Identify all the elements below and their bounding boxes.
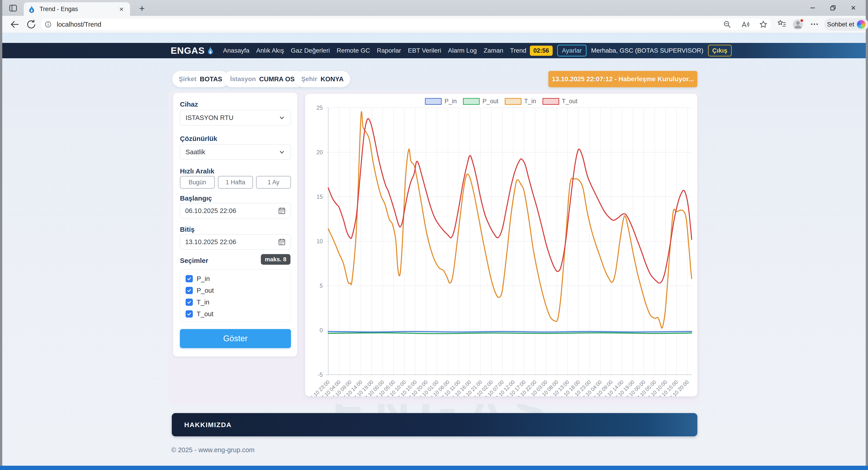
notification-dot [800, 19, 804, 23]
show-button[interactable]: Göster [180, 329, 291, 348]
trend-line-chart: 06.10 23:0007.10 04:0007.10 09:0007.10 1… [305, 94, 698, 396]
url-text: localhost/Trend [57, 21, 713, 28]
legend-label: P_out [483, 98, 498, 105]
quick-range-label: Hızlı Aralık [180, 167, 214, 175]
legend-item-p-in[interactable]: P_in [425, 98, 457, 105]
series-line-p-in [328, 332, 692, 332]
profile-avatar[interactable] [793, 19, 803, 30]
address-bar[interactable]: localhost/Trend [40, 18, 772, 31]
checkbox-label: T_out [197, 310, 213, 318]
chart-legend: P_inP_outT_inT_out [305, 98, 698, 105]
selections-label: Seçimler [180, 257, 208, 265]
svg-text:20: 20 [316, 149, 323, 156]
settings-button[interactable]: Ayarlar [557, 45, 587, 57]
nav-item-anl-k-ak[interactable]: Anlık Akış [253, 47, 287, 54]
tab-title: Trend - Engas [39, 6, 117, 13]
copyright-text: © 2025 - www.eng-grup.com [171, 446, 254, 454]
start-label: Başlangıç [180, 195, 212, 202]
chevron-down-icon [278, 148, 285, 156]
nav-item-zaman[interactable]: Zaman [480, 47, 506, 54]
checkbox-t-out[interactable] [186, 310, 193, 317]
checkbox-p-in[interactable] [186, 275, 193, 282]
browser-toolbar: localhost/Trend Sohbet et [2, 16, 866, 33]
quick-range-1-ay[interactable]: 1 Ay [256, 176, 291, 189]
favorite-star-icon[interactable] [759, 20, 767, 29]
new-tab-button[interactable]: + [137, 4, 147, 14]
nav-item-raporlar[interactable]: Raporlar [373, 47, 404, 54]
favorites-bar-icon[interactable] [777, 20, 786, 29]
svg-text:10: 10 [316, 238, 323, 244]
chip-i-stasyon: İstasyonCUMRA OSB [223, 71, 306, 87]
nav-item-ebt-verileri[interactable]: EBT Verileri [404, 47, 444, 54]
chip-ehir: ŞehirKONYA [295, 71, 350, 87]
checkbox-t-in[interactable] [186, 299, 193, 306]
logout-button[interactable]: Çıkış [708, 45, 732, 57]
end-datetime-input[interactable]: 13.10.2025 22:06 [180, 234, 291, 249]
legend-swatch [542, 98, 559, 105]
zoom-out-icon[interactable] [723, 20, 731, 29]
chip-value: BOTAS [200, 75, 222, 83]
tab-close-icon[interactable]: × [117, 5, 125, 13]
status-banner-text: 13.10.2025 22:07:12 - Haberleşme Kuruluy… [552, 75, 694, 83]
calendar-icon[interactable] [278, 207, 286, 214]
nav-item-gaz-de-erleri[interactable]: Gaz Değerleri [287, 47, 333, 54]
checkbox-row-t-in[interactable]: T_in [186, 296, 291, 308]
nav-item-remote-gc[interactable]: Remote GC [333, 47, 373, 54]
device-label: Cihaz [180, 101, 198, 108]
nav-item-alarm-log[interactable]: Alarm Log [445, 47, 480, 54]
nav-item-trend[interactable]: Trend [507, 47, 530, 54]
end-label: Bitiş [180, 226, 195, 233]
checkbox-row-p-out[interactable]: P_out [186, 284, 291, 296]
browser-tab[interactable]: Trend - Engas × [24, 2, 130, 16]
quick-range-bug-n[interactable]: Bugün [180, 176, 215, 189]
quick-range-1-hafta[interactable]: 1 Hafta [218, 176, 253, 189]
calendar-icon[interactable] [278, 238, 286, 246]
flame-favicon-icon [28, 5, 35, 13]
footer-bar: HAKKIMIZDA [172, 413, 698, 436]
more-menu-icon[interactable] [810, 20, 819, 29]
end-datetime-value: 13.10.2025 22:06 [185, 238, 278, 246]
copilot-icon [857, 20, 866, 29]
nav-menu: AnasayfaAnlık AkışGaz DeğerleriRemote GC… [220, 47, 530, 54]
session-timer-badge: 02:56 [530, 46, 553, 56]
svg-text:-5: -5 [318, 372, 323, 378]
start-datetime-input[interactable]: 06.10.2025 22:06 [180, 203, 291, 219]
checkbox-row-t-out[interactable]: T_out [186, 308, 291, 320]
brand-logo[interactable]: ENGAS [170, 45, 214, 56]
read-aloud-icon[interactable] [741, 20, 749, 29]
legend-item-p-out[interactable]: P_out [463, 98, 498, 105]
window-close-button[interactable]: × [843, 0, 864, 16]
window-restore-button[interactable] [823, 0, 843, 16]
resolution-select-value: Saatlik [186, 148, 278, 156]
svg-text:15: 15 [316, 194, 323, 200]
quick-range-buttons: Bugün1 Hafta1 Ay [180, 176, 291, 189]
nav-item-anasayfa[interactable]: Anasayfa [220, 47, 253, 54]
svg-text:0: 0 [320, 327, 323, 333]
checkbox-label: P_out [197, 287, 214, 294]
resolution-select[interactable]: Saatlik [180, 144, 291, 160]
legend-item-t-out[interactable]: T_out [542, 98, 578, 105]
taskbar-edge [0, 466, 868, 470]
user-greeting: Merhaba, GSC (BOTAS SUPERVISOR) [591, 47, 704, 54]
trend-filter-panel: Cihaz ISTASYON RTU Çözünürlük Saatlik Hı… [173, 93, 298, 357]
chip-value: KONYA [320, 75, 344, 83]
back-button[interactable] [9, 19, 20, 30]
legend-label: T_out [562, 98, 578, 105]
tab-layout-icon[interactable] [8, 4, 18, 13]
chip-label: Şehir [301, 75, 317, 83]
checkbox-label: T_in [197, 299, 209, 306]
chip-value: CUMRA OSB [259, 75, 300, 83]
checkbox-row-p-in[interactable]: P_in [186, 273, 291, 284]
checkbox-p-out[interactable] [186, 287, 193, 294]
trend-chart-card: P_inP_outT_inT_out 06.10 23:0007.10 04:0… [305, 94, 698, 396]
about-link[interactable]: HAKKIMIZDA [184, 421, 232, 429]
legend-item-t-in[interactable]: T_in [505, 98, 536, 105]
chat-button[interactable]: Sohbet et [824, 18, 868, 31]
legend-swatch [425, 98, 442, 105]
chevron-down-icon [278, 114, 285, 121]
device-select[interactable]: ISTASYON RTU [180, 110, 291, 125]
selections-max-badge: maks. 8 [261, 254, 290, 265]
window-minimize-button[interactable] [802, 0, 823, 16]
site-info-icon[interactable] [44, 21, 52, 28]
refresh-button[interactable] [26, 19, 37, 30]
